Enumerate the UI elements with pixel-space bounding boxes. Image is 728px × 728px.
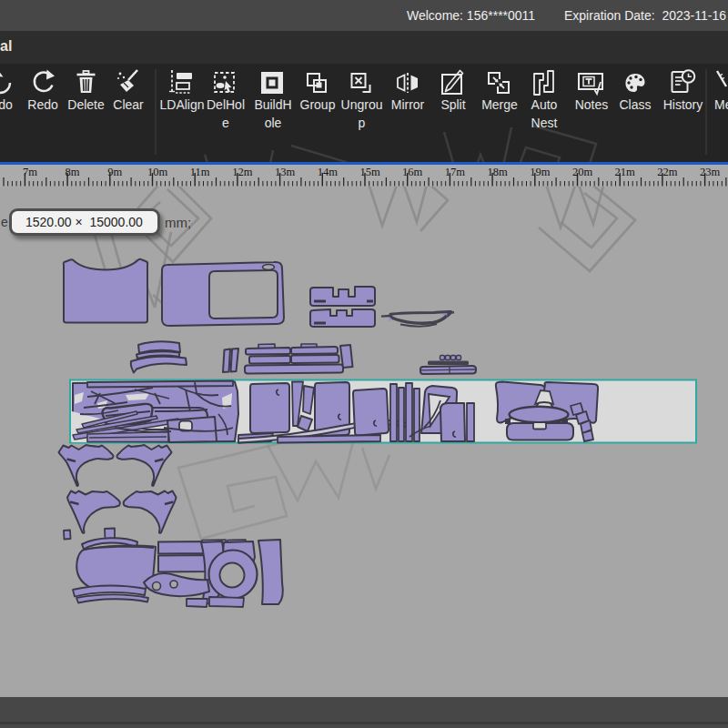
svg-text:13m: 13m: [275, 166, 296, 178]
svg-text:Class: Class: [619, 97, 651, 112]
svg-text:Auto: Auto: [531, 97, 558, 112]
svg-text:23m: 23m: [700, 166, 721, 178]
svg-text:ole: ole: [265, 116, 282, 130]
svg-text:9m: 9m: [107, 166, 122, 178]
svg-text:BuildH: BuildH: [254, 97, 291, 112]
svg-text:e: e: [222, 116, 229, 130]
svg-text:Notes: Notes: [575, 97, 609, 112]
svg-text:10m: 10m: [147, 166, 168, 178]
svg-text:DelHol: DelHol: [207, 97, 245, 112]
svg-text:Merge: Merge: [481, 97, 518, 112]
svg-text:Mirror: Mirror: [391, 97, 425, 112]
svg-text:Clear: Clear: [113, 97, 144, 112]
svg-text:21m: 21m: [615, 166, 636, 178]
svg-text:Redo: Redo: [27, 97, 58, 112]
svg-text:11m: 11m: [190, 166, 210, 178]
svg-text:p: p: [359, 116, 366, 130]
svg-text:18m: 18m: [487, 166, 508, 178]
svg-text:16m: 16m: [402, 166, 423, 178]
svg-text:8m: 8m: [66, 166, 80, 178]
svg-text:7m: 7m: [23, 166, 37, 178]
svg-text:12m: 12m: [232, 166, 253, 178]
svg-text:22m: 22m: [657, 166, 678, 178]
svg-text:Delete: Delete: [67, 97, 105, 112]
svg-text:Undo: Undo: [0, 97, 13, 112]
svg-text:Group: Group: [300, 97, 336, 112]
svg-text:Ungrou: Ungrou: [341, 97, 383, 112]
svg-text:LDAlign: LDAlign: [159, 97, 204, 112]
svg-text:15m: 15m: [359, 166, 380, 178]
svg-text:20m: 20m: [572, 166, 593, 178]
svg-text:14m: 14m: [318, 166, 339, 178]
svg-text:17m: 17m: [445, 166, 466, 178]
svg-text:Split: Split: [440, 97, 465, 112]
svg-text:History: History: [663, 97, 703, 112]
svg-text:Me: Me: [714, 97, 728, 112]
svg-text:19m: 19m: [530, 166, 551, 178]
